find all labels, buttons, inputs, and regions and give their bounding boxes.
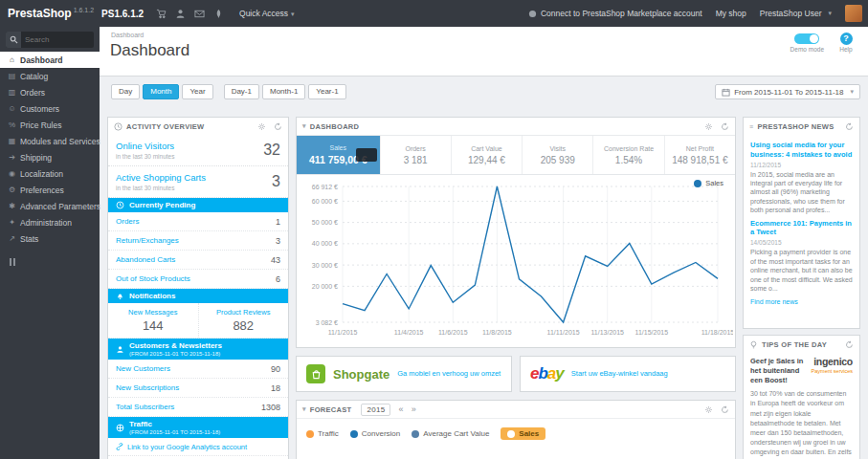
find-more-news-link[interactable]: Find more news — [750, 298, 798, 305]
kpi-conversion-rate[interactable]: Conversion Rate 1.54% — [593, 136, 664, 174]
row-label[interactable]: Return/Exchanges — [116, 236, 276, 245]
sidebar-search[interactable] — [6, 32, 94, 48]
pending-row-out-of-stock[interactable]: Out of Stock Products6 — [108, 270, 288, 289]
news-article-title[interactable]: Using social media for your business: 4 … — [750, 141, 853, 160]
message-icon[interactable] — [189, 0, 209, 27]
activity-settings-icon[interactable] — [257, 122, 266, 131]
google-analytics-link[interactable]: Link to your Google Analytics account — [127, 443, 280, 451]
kpi-net-profit[interactable]: Net Profit 148 918,51 € — [665, 136, 735, 174]
forecast-refresh-icon[interactable] — [721, 405, 729, 414]
range-year-1-button[interactable]: Year-1 — [308, 84, 345, 99]
toggle-label: Average Cart Value — [423, 429, 489, 438]
range-year-button[interactable]: Year — [182, 84, 212, 99]
news-refresh-icon[interactable] — [845, 122, 854, 131]
section-title: Currently Pending — [129, 201, 195, 209]
sidebar-item-administration[interactable]: ✦Administration — [0, 214, 100, 230]
row-label[interactable]: New Subscriptions — [116, 383, 271, 392]
section-subtitle: (FROM 2015-11-01 TO 2015-11-18) — [129, 351, 222, 357]
sales-chart-area: 11/1/201511/4/201511/6/201511/8/201511/1… — [297, 175, 735, 345]
sidebar-item-stats[interactable]: ↗Stats — [0, 230, 100, 247]
tips-refresh-icon[interactable] — [845, 340, 854, 349]
marketplace-link[interactable]: Connect to PrestaShop Marketplace accoun… — [528, 9, 702, 18]
kpi-orders[interactable]: Orders 3 181 — [381, 136, 452, 174]
rocket-icon[interactable] — [209, 0, 228, 27]
sidebar-item-dashboard[interactable]: ⌂Dashboard — [0, 52, 100, 68]
cart-icon[interactable] — [151, 0, 170, 27]
range-month-1-button[interactable]: Month-1 — [262, 84, 305, 99]
forecast-toggle-sales[interactable]: Sales — [501, 427, 545, 440]
customers-row-new-subscriptions[interactable]: New Subscriptions18 — [108, 379, 288, 398]
prestashop-logo[interactable]: PrestaShop1.6.1.2 — [0, 7, 101, 20]
kpi-visits[interactable]: Visits 205 939 — [523, 136, 593, 174]
ebay-link[interactable]: Start uw eBay-winkel vandaag — [571, 369, 668, 379]
dashboard-settings-icon[interactable] — [704, 122, 713, 131]
product-reviews-cell[interactable]: Product Reviews 882 — [198, 303, 289, 338]
sidebar-item-catalog[interactable]: ▤Catalog — [0, 68, 100, 84]
range-month-button[interactable]: Month — [143, 84, 179, 99]
customer-icon[interactable] — [170, 0, 189, 27]
quick-access-menu[interactable]: Quick Access▾ — [228, 9, 306, 18]
date-range-picker[interactable]: From 2015-11-01 To 2015-11-18 ▾ — [715, 84, 860, 99]
sidebar-item-customers[interactable]: ☺Customers — [0, 100, 100, 117]
kpi-sales[interactable]: Sales 411 759,00 € — [297, 136, 381, 174]
forecast-prev-button[interactable]: « — [398, 404, 403, 414]
help-button[interactable]: ? Help — [834, 33, 858, 53]
forecast-toggle-average-cart-value[interactable]: Average Cart Value — [412, 429, 489, 438]
row-label[interactable]: Abandoned Carts — [116, 255, 271, 264]
ingenico-logo[interactable]: ingenico Payment services — [812, 357, 853, 384]
range-day-button[interactable]: Day — [111, 84, 140, 99]
traffic-dot-icon — [306, 430, 314, 438]
sidebar-item-label: Dashboard — [20, 55, 62, 65]
online-visitors-link[interactable]: Online Visitors — [116, 141, 263, 151]
google-analytics-row[interactable]: Link to your Google Analytics account — [108, 438, 288, 456]
row-label[interactable]: Out of Stock Products — [116, 274, 276, 283]
forecast-toggle-conversion[interactable]: Conversion — [350, 429, 400, 438]
sidebar-item-price-rules[interactable]: %Price Rules — [0, 117, 100, 133]
forecast-year-select[interactable]: 2015 — [361, 404, 390, 416]
forecast-next-button[interactable]: » — [412, 404, 416, 414]
customers-row-total-subscribers[interactable]: Total Subscribers1308 — [108, 398, 288, 417]
sidebar-item-modules[interactable]: ▦Modules and Services — [0, 133, 100, 149]
ebay-logo[interactable]: ebay — [530, 364, 564, 383]
forecast-toggle-traffic[interactable]: Traffic — [306, 429, 339, 438]
pending-row-returns[interactable]: Return/Exchanges3 — [108, 231, 288, 251]
collapse-caret-icon[interactable]: ▾ — [302, 122, 306, 130]
my-shop-link[interactable]: My shop — [716, 9, 746, 18]
range-day-1-button[interactable]: Day-1 — [224, 84, 259, 99]
sidebar-item-advanced-parameters[interactable]: ✱Advanced Parameters — [0, 198, 100, 214]
sidebar-item-orders[interactable]: ▥Orders — [0, 84, 100, 100]
sidebar-item-localization[interactable]: ◉Localization — [0, 165, 100, 182]
user-menu[interactable]: PrestaShop User▾ — [760, 9, 832, 18]
demo-mode-toggle[interactable] — [794, 33, 819, 44]
active-carts-row[interactable]: Active Shopping Carts in the last 30 min… — [108, 166, 288, 198]
sidebar-item-shipping[interactable]: ➔Shipping — [0, 149, 100, 165]
sidebar-item-preferences[interactable]: ⚙Preferences — [0, 182, 100, 198]
active-carts-sub: in the last 30 minutes — [116, 185, 272, 191]
sidebar-collapse-button[interactable] — [10, 258, 100, 266]
active-carts-link[interactable]: Active Shopping Carts — [116, 172, 272, 183]
shopgate-logo-text[interactable]: Shopgate — [333, 367, 389, 382]
kpi-cart-value[interactable]: Cart Value 129,44 € — [452, 136, 523, 174]
shopgate-link[interactable]: Ga mobiel en verhoog uw omzet — [397, 369, 501, 379]
row-label[interactable]: New Customers — [116, 364, 271, 373]
chart-legend[interactable]: Sales — [694, 179, 723, 187]
kpi-label: Conversion Rate — [604, 145, 654, 152]
row-label[interactable]: Total Subscribers — [116, 403, 261, 411]
row-label[interactable]: Orders — [116, 217, 276, 226]
activity-refresh-icon[interactable] — [274, 122, 282, 131]
cell-label[interactable]: New Messages — [110, 308, 196, 317]
row-value: 3 — [276, 236, 280, 246]
pending-row-abandoned-carts[interactable]: Abandoned Carts43 — [108, 251, 288, 270]
avatar[interactable] — [845, 5, 862, 22]
forecast-settings-icon[interactable] — [704, 405, 713, 414]
pending-row-orders[interactable]: Orders1 — [108, 212, 288, 231]
shop-name-link[interactable]: PS1.6.1.2 — [101, 9, 144, 19]
search-input[interactable] — [21, 35, 94, 44]
new-messages-cell[interactable]: New Messages 144 — [108, 303, 198, 338]
news-article-title[interactable]: Ecommerce 101: Payments in a Tweet — [750, 219, 853, 238]
online-visitors-row[interactable]: Online Visitors in the last 30 minutes 3… — [108, 135, 288, 166]
customers-row-new-customers[interactable]: New Customers90 — [108, 360, 288, 379]
dashboard-refresh-icon[interactable] — [721, 122, 729, 131]
cell-label[interactable]: Product Reviews — [201, 308, 287, 317]
collapse-caret-icon[interactable]: ▾ — [302, 405, 306, 413]
